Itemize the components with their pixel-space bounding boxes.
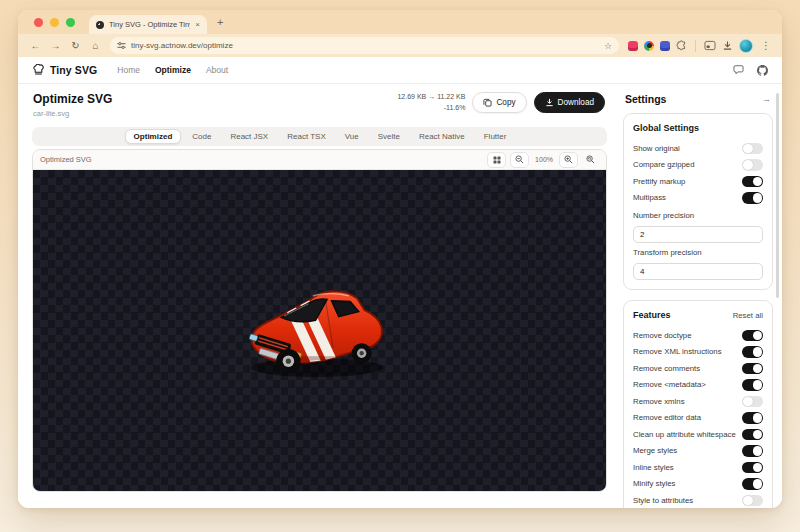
toggle-switch[interactable] <box>742 379 763 391</box>
transform-precision-input[interactable] <box>633 263 763 280</box>
browser-menu-icon[interactable]: ⋮ <box>759 40 773 51</box>
nav-item[interactable]: Home <box>117 65 140 75</box>
address-bar[interactable]: tiny-svg.actnow.dev/optimize ☆ <box>110 37 619 54</box>
toggle-switch[interactable] <box>742 159 763 171</box>
toggle-label: Remove xmlns <box>633 397 685 406</box>
toggle-label: Show original <box>633 144 680 153</box>
toggle-row: Minify styles <box>633 476 763 493</box>
toggle-label: Remove editor data <box>633 413 701 422</box>
toggle-grid-button[interactable] <box>487 152 506 168</box>
toggle-switch[interactable] <box>742 192 763 204</box>
home-icon[interactable]: ⌂ <box>87 37 104 54</box>
fullscreen-window-button[interactable] <box>66 18 75 27</box>
toggle-switch[interactable] <box>742 429 763 441</box>
number-precision-input[interactable] <box>633 226 763 243</box>
format-tab[interactable]: React Native <box>411 130 473 144</box>
app-logo[interactable]: Tiny SVG <box>32 64 97 76</box>
toggle-switch[interactable] <box>742 176 763 188</box>
toggle-switch[interactable] <box>742 495 763 507</box>
minimize-window-button[interactable] <box>50 18 59 27</box>
browser-toolbar: ← → ↻ ⌂ tiny-svg.actnow.dev/optimize ☆ <box>18 34 782 57</box>
toggle-switch[interactable] <box>742 143 763 155</box>
page-content: Tiny SVG HomeOptimizeAbout <box>18 57 782 508</box>
reload-icon[interactable]: ↻ <box>67 37 84 54</box>
extension-red-icon[interactable] <box>628 41 638 51</box>
toggle-label: Style to attributes <box>633 496 693 505</box>
toggle-row: Clean up attribute whitespace <box>633 426 763 443</box>
toggle-row: Remove XML instructions <box>633 344 763 361</box>
svg-preview-canvas[interactable] <box>33 170 606 491</box>
settings-sidebar: Settings → Global Settings Show original <box>616 84 782 508</box>
nav-item[interactable]: About <box>206 65 228 75</box>
nav-item[interactable]: Optimize <box>155 65 191 75</box>
format-tab[interactable]: Code <box>184 130 219 144</box>
extension-blue-icon[interactable] <box>660 41 670 51</box>
toggle-label: Clean up attribute whitespace <box>633 430 736 439</box>
forward-icon[interactable]: → <box>47 37 64 54</box>
settings-title: Settings <box>625 93 666 105</box>
toggle-label: Remove <metadata> <box>633 380 706 389</box>
download-icon <box>545 98 554 107</box>
reset-all-button[interactable]: Reset all <box>733 311 763 320</box>
toggle-switch[interactable] <box>742 445 763 457</box>
back-icon[interactable]: ← <box>27 37 44 54</box>
main-nav: HomeOptimizeAbout <box>117 65 228 75</box>
copy-button[interactable]: Copy <box>472 92 526 113</box>
toggle-row: Remove comments <box>633 360 763 377</box>
zoom-out-button[interactable] <box>510 152 529 168</box>
format-tab[interactable]: Vue <box>337 130 367 144</box>
toggle-switch[interactable] <box>742 396 763 408</box>
profile-avatar[interactable] <box>739 39 753 53</box>
format-tab[interactable]: React JSX <box>222 130 276 144</box>
download-label: Download <box>558 98 594 107</box>
page-scrollbar[interactable] <box>776 93 780 298</box>
extensions-puzzle-icon[interactable] <box>676 40 687 51</box>
toggle-switch[interactable] <box>742 462 763 474</box>
download-button[interactable]: Download <box>534 92 605 113</box>
size-percent: -11.6% <box>397 103 465 114</box>
toggle-switch[interactable] <box>742 412 763 424</box>
logo-text: Tiny SVG <box>50 64 97 76</box>
downloads-icon[interactable] <box>722 40 733 51</box>
feedback-bubble-icon[interactable] <box>733 65 744 75</box>
copy-label: Copy <box>496 98 515 107</box>
size-change: 12.69 KB → 11.22 KB <box>397 92 465 103</box>
new-tab-button[interactable]: + <box>217 10 223 34</box>
toggle-label: Compare gzipped <box>633 160 695 169</box>
tab-close-icon[interactable]: × <box>195 20 200 29</box>
toggle-switch[interactable] <box>742 478 763 490</box>
bookmark-star-icon[interactable]: ☆ <box>604 41 612 51</box>
url-text: tiny-svg.actnow.dev/optimize <box>131 41 599 50</box>
toggle-label: Multipass <box>633 193 666 202</box>
close-window-button[interactable] <box>34 18 43 27</box>
format-tab[interactable]: React TSX <box>279 130 334 144</box>
features-header: Features Reset all <box>633 310 763 320</box>
github-icon[interactable] <box>757 65 768 76</box>
format-tab[interactable]: Flutter <box>476 130 515 144</box>
toggle-row: Merge styles <box>633 443 763 460</box>
header-actions <box>733 65 768 76</box>
toggle-switch[interactable] <box>742 363 763 375</box>
toggle-switch[interactable] <box>742 346 763 358</box>
grid-icon <box>493 156 501 164</box>
side-panel-icon[interactable] <box>704 40 716 51</box>
toggle-row: Remove editor data <box>633 410 763 427</box>
format-tab[interactable]: Optimized <box>125 129 182 144</box>
browser-tab[interactable]: Tiny SVG - Optimize Tiny SVG × <box>89 15 207 34</box>
body-row: Optimize SVG car-lite.svg 12.69 KB → 11.… <box>18 84 782 508</box>
toggle-row: Remove <metadata> <box>633 377 763 394</box>
extension-colorwheel-icon[interactable] <box>644 41 654 51</box>
preview-panel-title: Optimized SVG <box>40 155 92 164</box>
collapse-sidebar-icon[interactable]: → <box>762 94 771 104</box>
number-precision-label: Number precision <box>633 211 763 220</box>
zoom-reset-button[interactable] <box>582 153 599 167</box>
settings-header: Settings → <box>623 84 773 113</box>
main-column: Optimize SVG car-lite.svg 12.69 KB → 11.… <box>32 84 616 508</box>
zoom-in-button[interactable] <box>559 152 578 168</box>
format-tab[interactable]: Svelte <box>370 130 408 144</box>
toggle-switch[interactable] <box>742 330 763 342</box>
toolbar-divider <box>695 40 696 52</box>
title-actions: 12.69 KB → 11.22 KB -11.6% Copy <box>397 92 605 113</box>
global-settings-card: Global Settings Show original Compare <box>623 113 773 290</box>
toggle-label: Remove comments <box>633 364 700 373</box>
